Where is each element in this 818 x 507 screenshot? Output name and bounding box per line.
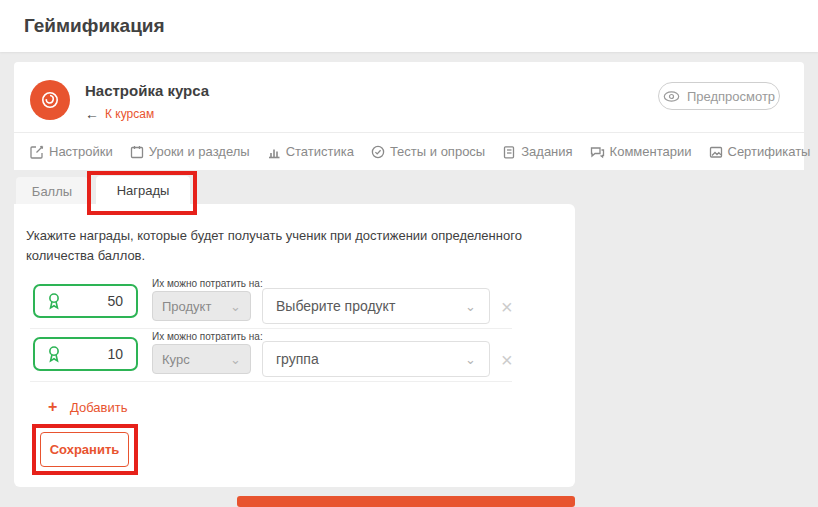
row-divider <box>30 381 512 382</box>
course-avatar <box>30 80 70 120</box>
nav-item-certificates[interactable]: Сертификаты <box>709 144 811 159</box>
preview-button-label: Предпросмотр <box>687 89 775 104</box>
nav-item-tasks[interactable]: Задания <box>502 144 572 159</box>
nav-label: Комментарии <box>610 144 692 159</box>
chevron-down-icon: ⌄ <box>465 353 476 366</box>
points-input[interactable]: 10 <box>33 337 138 371</box>
points-value: 10 <box>107 346 123 362</box>
reward-type-select[interactable]: Курс ⌄ <box>152 344 251 374</box>
nav-label: Сертификаты <box>728 144 811 159</box>
progress-bar <box>237 496 575 507</box>
add-reward-link[interactable]: Добавить <box>70 400 127 415</box>
image-icon <box>709 145 723 159</box>
row-divider <box>30 328 512 329</box>
logo-icon <box>39 89 61 111</box>
reward-type-value: Курс <box>162 352 190 367</box>
preview-button[interactable]: Предпросмотр <box>658 82 780 110</box>
reward-target-select[interactable]: группа ⌄ <box>262 341 490 377</box>
page-title: Геймификация <box>24 15 165 37</box>
chevron-down-icon: ⌄ <box>230 300 241 313</box>
nav-item-tests[interactable]: Тесты и опросы <box>371 144 485 159</box>
comments-icon <box>590 145 605 159</box>
page-header: Геймификация <box>0 0 818 52</box>
course-nav: Настройки Уроки и разделы Статистика Тес… <box>14 132 804 170</box>
tab-points[interactable]: Баллы <box>16 177 88 205</box>
spend-label: Их можно потратить на: <box>152 278 263 289</box>
points-value: 50 <box>107 293 123 309</box>
eye-icon <box>663 91 680 102</box>
chevron-down-icon: ⌄ <box>465 300 476 313</box>
clipboard-icon <box>502 145 516 159</box>
nav-item-settings[interactable]: Настройки <box>30 144 113 159</box>
rewards-description: Укажите награды, которые будет получать … <box>26 226 556 266</box>
points-input[interactable]: 50 <box>33 284 138 318</box>
nav-item-comments[interactable]: Комментарии <box>590 144 692 159</box>
nav-label: Уроки и разделы <box>149 144 250 159</box>
back-arrow-icon: ← <box>85 106 99 122</box>
calendar-icon <box>130 145 144 159</box>
medal-icon <box>46 292 62 310</box>
nav-label: Задания <box>521 144 572 159</box>
medal-icon <box>46 345 62 363</box>
reward-target-select[interactable]: Выберите продукт ⌄ <box>262 288 490 324</box>
nav-label: Настройки <box>49 144 113 159</box>
nav-label: Статистика <box>286 144 354 159</box>
spend-label: Их можно потратить на: <box>152 331 263 342</box>
back-to-courses-link[interactable]: ← К курсам <box>85 106 154 122</box>
save-button[interactable]: Сохранить <box>40 432 129 467</box>
course-card: Настройка курса ← К курсам Предпросмотр … <box>14 62 804 170</box>
nav-item-lessons[interactable]: Уроки и разделы <box>130 144 250 159</box>
bar-chart-icon <box>267 145 281 159</box>
reward-target-value: Выберите продукт <box>276 298 395 314</box>
course-title: Настройка курса <box>85 82 209 99</box>
back-link-label: К курсам <box>105 107 154 121</box>
nav-label: Тесты и опросы <box>390 144 485 159</box>
plus-icon[interactable]: + <box>48 398 57 416</box>
reward-type-value: Продукт <box>162 299 211 314</box>
check-circle-icon <box>371 145 385 159</box>
remove-row-button[interactable]: × <box>501 297 513 317</box>
remove-row-button[interactable]: × <box>501 350 513 370</box>
nav-item-statistics[interactable]: Статистика <box>267 144 354 159</box>
tab-rewards[interactable]: Награды <box>96 176 190 204</box>
reward-target-value: группа <box>276 351 319 367</box>
edit-icon <box>30 145 44 159</box>
reward-type-select[interactable]: Продукт ⌄ <box>152 291 251 321</box>
chevron-down-icon: ⌄ <box>230 353 241 366</box>
